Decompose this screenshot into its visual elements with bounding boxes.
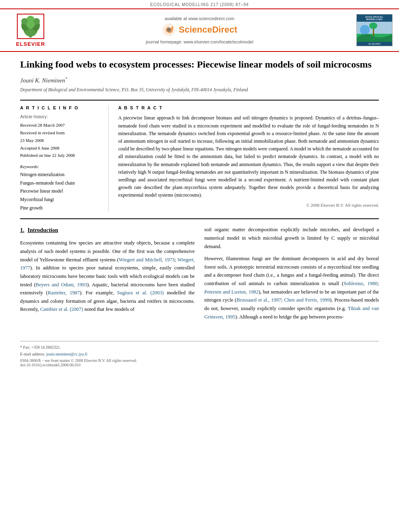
article-info-column: A R T I C L E I N F O Article history: R… (20, 105, 109, 212)
abstract-column: A B S T R A C T A piecewise linear appro… (118, 105, 379, 212)
elsevier-wordmark: ELSEVIER (16, 41, 45, 47)
sciencedirect-logo: ScienceDirect (59, 23, 340, 37)
body-para-3: However, filamentous fungi are the domin… (204, 255, 379, 321)
author-star: * (65, 76, 67, 81)
ref-chen-ferris[interactable]: Chen and Ferris, 1999 (284, 297, 329, 303)
page: ECOLOGICAL MODELLING 217 (2008) 87–94 (0, 0, 399, 532)
sd-text-direct: Direct (212, 25, 237, 35)
doi-line: doi:10.1016/j.ecolmodel.2008.06.010 (20, 363, 379, 367)
sciencedirect-icon (162, 23, 176, 37)
ref-cambier[interactable]: Cambier et al. (2007) (40, 306, 83, 312)
body-divider (20, 218, 379, 219)
keyword-item: Piecewise linear model (20, 187, 102, 195)
abstract-text: A piecewise linear approach to link deco… (118, 114, 379, 199)
keyword-item: Nitrogen mineralization (20, 170, 102, 179)
available-at-text: available at www.sciencedirect.com (59, 16, 340, 21)
ref-sugiura[interactable]: Sugiura et al. (2003) (117, 290, 164, 296)
journal-citation: ECOLOGICAL MODELLING 217 (2008) 87–94 (150, 2, 249, 7)
sciencedirect-text: ScienceDirect (179, 25, 237, 35)
journal-cover-image (357, 22, 392, 42)
main-content: Linking food webs to ecosystem processes… (0, 52, 399, 333)
accepted-date: Accepted 6 June 2008 (20, 144, 102, 152)
ref-tiktak[interactable]: Tiktak and van Grinsven, 1995 (204, 306, 379, 320)
svg-point-5 (21, 18, 28, 25)
body-col-left: 1.Introduction Ecosystems containing few… (20, 226, 195, 325)
author-name: Jouni K. Nieminen* (20, 76, 379, 84)
svg-point-14 (369, 23, 377, 29)
affiliation: Department of Biological and Environment… (20, 86, 379, 93)
body-col-right: soil organic matter decomposition explic… (204, 226, 379, 325)
page-header: ELSEVIER available at www.sciencedirect.… (0, 8, 399, 52)
svg-point-12 (360, 25, 370, 35)
sd-text-science: Science (179, 25, 212, 35)
history-dates: Received 28 March 2007 Received in revis… (20, 121, 102, 159)
email-line: E-mail address: jouni.nieminen@cc.jyu.fi (20, 351, 379, 357)
copyright-line: © 2008 Elsevier B.V. All rights reserved… (118, 203, 379, 207)
ref-beyers-odum[interactable]: Beyers and Odum, 1993 (36, 282, 87, 288)
footer-note: 0304-3800/$ – see front matter © 2008 El… (0, 357, 399, 367)
section1-number: 1. (20, 227, 25, 233)
revised-date: 23 May 2008 (20, 137, 102, 144)
keyword-item: Pine growth (20, 204, 102, 212)
email-link[interactable]: jouni.nieminen@cc.jyu.fi (46, 352, 87, 356)
journal-bar: ECOLOGICAL MODELLING 217 (2008) 87–94 (0, 0, 399, 8)
keywords-label: Keywords: (20, 164, 102, 169)
journal-cover-area: ECOLOGICAL MODELLING ELSEVIER (344, 14, 393, 46)
elsevier-tree-icon (16, 13, 45, 39)
keyword-item: Fungus–nematode food chain (20, 179, 102, 187)
svg-point-9 (167, 28, 171, 32)
ref-rastetter[interactable]: Rastetter, 1987 (48, 290, 80, 296)
footnote-star: * Fax: +358 14 2602321. (20, 344, 379, 351)
received-date: Received 28 March 2007 (20, 121, 102, 129)
footer-divider (20, 341, 379, 341)
issn-line: 0304-3800/$ – see front matter © 2008 El… (20, 358, 379, 363)
keyword-item: Mycorrhizal fungi (20, 195, 102, 204)
article-info-header: A R T I C L E I N F O (20, 105, 102, 110)
ref-petersen-luxton[interactable]: Petersen and Luxton, 1982 (204, 289, 259, 295)
journal-cover: ECOLOGICAL MODELLING ELSEVIER (356, 14, 393, 46)
history-label: Article history: (20, 114, 102, 119)
body-para-1: Ecosystems containing few species are at… (20, 239, 195, 314)
article-title: Linking food webs to ecosystem processes… (20, 58, 379, 71)
journal-cover-title: ECOLOGICAL MODELLING (357, 14, 392, 22)
section1-title: Introduction (28, 227, 58, 233)
section1-heading: 1.Introduction (20, 226, 195, 235)
published-date: Published on line 22 July 2008 (20, 152, 102, 159)
journal-homepage-text: journal homepage: www.elsevier.com/locat… (59, 39, 340, 44)
ref-sohlenius[interactable]: Sohlenius, 1980 (343, 281, 377, 286)
elsevier-logo-area: ELSEVIER (6, 13, 55, 47)
abstract-header: A B S T R A C T (118, 105, 379, 110)
keywords-list: Nitrogen mineralizationFungus–nematode f… (20, 170, 102, 212)
article-info-abstract-section: A R T I C L E I N F O Article history: R… (20, 100, 379, 212)
svg-point-6 (33, 18, 40, 25)
body-para-2: soil organic matter decomposition explic… (204, 226, 379, 251)
received-revised-label: Received in revised form (20, 129, 102, 137)
header-center: available at www.sciencedirect.com Scien… (59, 16, 340, 44)
ref-brussaard[interactable]: Brussaard et al., 1997 (237, 297, 281, 303)
body-content: 1.Introduction Ecosystems containing few… (20, 226, 379, 325)
ref-wiegert-mitchell[interactable]: Wiegert and Mitchell, 1973 (119, 257, 175, 263)
footer-text: * Fax: +358 14 2602321. E-mail address: … (0, 344, 399, 357)
journal-cover-footer: ELSEVIER (357, 42, 392, 46)
